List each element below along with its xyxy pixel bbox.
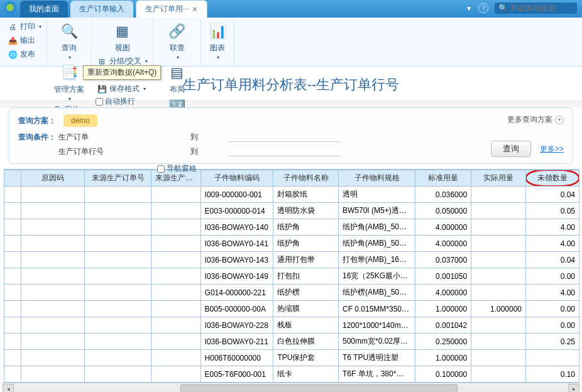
cell xyxy=(21,366,84,383)
table-row[interactable]: I036-BOWAY0-211白色拉伸膜500mm宽*0.02厚…0.25000… xyxy=(4,334,579,350)
cell-spec: 16宽（25KG最小… xyxy=(338,268,415,285)
table-row[interactable]: I036-BOWAY0-228栈板1200*1000*140m…0.001042… xyxy=(4,317,579,334)
col-item-code[interactable]: 子件物料编码 xyxy=(200,170,273,187)
tab-order-usage[interactable]: 生产订单用···✕ xyxy=(136,0,207,18)
chart-button[interactable]: 📊图表▾ xyxy=(204,20,231,62)
cell xyxy=(85,301,151,317)
cell-spec: 1200*1000*140m… xyxy=(338,317,415,334)
cell xyxy=(151,350,200,366)
table-row[interactable]: B005-000000-00A热缩膜CF 0.015MM*350…1.00000… xyxy=(4,301,579,317)
cell-spec: 透明 xyxy=(338,187,415,203)
cell-spec: CF 0.015MM*350… xyxy=(338,301,415,317)
scroll-left-icon[interactable]: ◂ xyxy=(3,384,14,393)
tab-label: 生产订单用··· xyxy=(145,4,189,14)
table-row[interactable]: H006T60000000TPU保护套T6 TPU透明注塑1.000000 xyxy=(4,350,579,366)
more-scheme-button[interactable]: 更多查询方案 ▾ xyxy=(507,114,564,125)
col-std-qty[interactable]: 标准用量 xyxy=(415,170,471,187)
tab-desktop[interactable]: 我的桌面 xyxy=(20,1,68,18)
link-icon: 🔗 xyxy=(167,21,187,41)
cell-act: 1.000000 xyxy=(471,301,526,317)
scroll-right-icon[interactable]: ▸ xyxy=(568,384,579,393)
table-row[interactable]: I009-000000-001封箱胶纸透明0.0360000.04 xyxy=(4,187,579,203)
barcode-search[interactable]: 🔍 xyxy=(495,3,577,14)
scroll-track[interactable] xyxy=(14,384,568,393)
cell xyxy=(21,350,84,366)
publish-button[interactable]: 🌐发布 xyxy=(5,48,44,61)
cell-code: E003-000000-014 xyxy=(200,203,273,219)
autowrap-checkbox[interactable]: 自动换行 xyxy=(94,95,150,107)
cell xyxy=(21,236,84,252)
tab-label: 我的桌面 xyxy=(29,4,59,14)
cell-code: G014-000000-221 xyxy=(200,285,273,301)
col-unclaimed-qty[interactable]: 未领数量 xyxy=(526,170,579,187)
horizontal-scrollbar[interactable]: ◂ ▸ xyxy=(3,383,579,392)
col-item-spec[interactable]: 子件物料规格 xyxy=(338,170,415,187)
save-format-button[interactable]: 💾保存格式▾ xyxy=(94,82,150,95)
col-reason[interactable]: 原因码 xyxy=(21,170,84,187)
cell-spec: T6 TPU透明注塑 xyxy=(338,350,415,366)
cell xyxy=(85,268,151,285)
chart-icon: 📊 xyxy=(207,21,228,41)
label: 联查 xyxy=(170,43,185,53)
cell-code: I009-000000-001 xyxy=(200,187,273,203)
barcode-search-input[interactable] xyxy=(510,4,573,13)
field1-to-input[interactable] xyxy=(228,133,341,142)
table-header-row: 原因码 来源生产订单号 来源生产订单行号 子件物料编码 子件物料名称 子件物料规… xyxy=(4,170,579,187)
cell-name: 纸护角 xyxy=(273,219,339,236)
cell-name: 热缩膜 xyxy=(273,301,339,317)
cell-code: H006T60000000 xyxy=(200,350,273,366)
view-button[interactable]: ▦视图 xyxy=(94,20,150,55)
cell xyxy=(21,187,84,203)
cell-spec: 500mm宽*0.02厚… xyxy=(338,334,415,350)
table-row[interactable]: I036-BOWAY0-143通用打包带打包带(AMB)_16…0.037000… xyxy=(4,252,579,268)
label: 查询 xyxy=(62,43,77,53)
field2-label: 生产订单行号 xyxy=(58,146,190,157)
label: 保存格式 xyxy=(109,84,140,94)
cell-std: 4.000000 xyxy=(415,236,471,252)
table-row[interactable]: I036-BOWAY0-140纸护角纸护角(AMB)_50…4.0000004.… xyxy=(4,219,579,236)
tab-order-input[interactable]: 生产订单输入 xyxy=(70,1,133,18)
cell-std: 4.000000 xyxy=(415,285,471,301)
table-row[interactable]: G014-000000-221纸护楞纸护楞(AMB)_50…4.0000004.… xyxy=(4,285,579,301)
scheme-chip-demo[interactable]: demo xyxy=(63,114,97,127)
col-blank[interactable] xyxy=(4,170,21,187)
title-bar: 我的桌面 生产订单输入 生产订单用···✕ ▼ ? 🔍 xyxy=(0,0,582,18)
col-src-order[interactable]: 来源生产订单号 xyxy=(85,170,151,187)
cell xyxy=(4,268,21,285)
run-query-button[interactable]: 查询 xyxy=(491,141,531,157)
app-logo-icon xyxy=(4,1,16,14)
table-row[interactable]: E003-000000-014透明防水袋BW570I (M5+)透…0.0500… xyxy=(4,203,579,219)
cell xyxy=(21,317,84,334)
cell xyxy=(4,219,21,236)
table-row[interactable]: E005-T6F000-001纸卡T6F 单坑，380*…0.1000000.1… xyxy=(4,366,579,383)
navpane-checkbox[interactable]: 导航窗格 xyxy=(156,163,198,175)
cell xyxy=(4,252,21,268)
cell xyxy=(85,350,151,366)
layout-button[interactable]: ▤布局 xyxy=(156,62,198,96)
cell xyxy=(151,203,200,219)
scroll-thumb[interactable] xyxy=(180,384,458,393)
query-button[interactable]: 🔍查询▾ xyxy=(50,20,89,62)
cell-name: 纸卡 xyxy=(273,366,339,383)
field2-to-input[interactable] xyxy=(228,147,341,156)
cell xyxy=(4,334,21,350)
link-button[interactable]: 🔗联查▾ xyxy=(156,20,198,62)
label: 输出 xyxy=(20,35,35,46)
cell xyxy=(151,187,200,203)
col-act-qty[interactable]: 实际用量 xyxy=(471,170,526,187)
table-row[interactable]: I036-BOWAY0-141纸护角纸护角(AMB)_50…4.0000004.… xyxy=(4,236,579,252)
print-button[interactable]: 🖨打印▾ xyxy=(5,20,44,33)
table-row[interactable]: I036-BOWAY0-149打包扣16宽（25KG最小…0.0010500.0… xyxy=(4,268,579,285)
close-icon[interactable]: ✕ xyxy=(192,5,198,14)
cell xyxy=(85,366,151,383)
cell-act xyxy=(471,366,526,383)
publish-icon: 🌐 xyxy=(8,50,18,60)
dropdown-icon[interactable]: ▼ xyxy=(466,5,472,12)
more-link[interactable]: 更多>> xyxy=(540,144,564,155)
export-button[interactable]: 📤输出 xyxy=(5,34,44,47)
to-label: 到 xyxy=(190,132,228,143)
col-item-name[interactable]: 子件物料名称 xyxy=(273,170,339,187)
cell-un: 0.25 xyxy=(526,334,579,350)
label: 发布 xyxy=(20,49,35,60)
help-icon[interactable]: ? xyxy=(478,3,488,13)
